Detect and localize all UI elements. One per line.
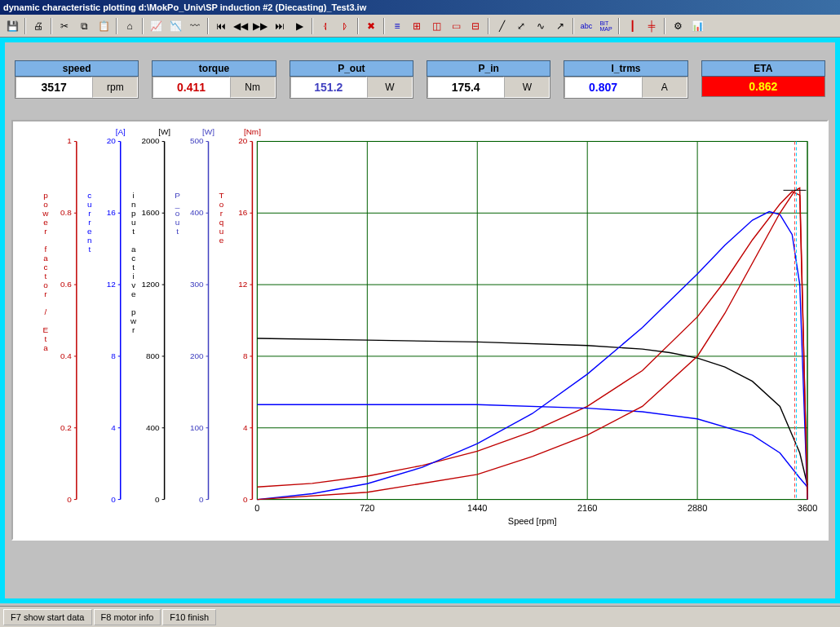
chart-panel: 07201440216028803600Speed [rpm]00.20.40.… bbox=[11, 120, 829, 541]
readout-speed-unit: rpm bbox=[92, 77, 138, 98]
status-f10-button[interactable]: F10 finish bbox=[162, 609, 216, 625]
svg-text:v: v bbox=[131, 280, 135, 289]
readout-pin-unit: W bbox=[504, 77, 550, 98]
save-icon[interactable]: 💾 bbox=[3, 17, 21, 35]
grid-a-icon[interactable]: ⊞ bbox=[408, 17, 426, 35]
line-style-4-icon[interactable]: ↗ bbox=[551, 17, 569, 35]
grid-d-icon[interactable]: ⊟ bbox=[466, 17, 484, 35]
svg-text:i: i bbox=[133, 272, 135, 280]
status-f7-button[interactable]: F7 show start data bbox=[3, 609, 92, 625]
line-style-1-icon[interactable]: ╱ bbox=[493, 17, 511, 35]
svg-text:[W]: [W] bbox=[158, 127, 170, 136]
svg-text:f: f bbox=[45, 245, 47, 254]
cut-icon[interactable]: ✂ bbox=[55, 17, 73, 35]
chart-type-1-icon[interactable]: 📈 bbox=[147, 17, 165, 35]
line-style-2-icon[interactable]: ⤢ bbox=[512, 17, 530, 35]
status-f8-button[interactable]: F8 motor info bbox=[94, 609, 161, 625]
svg-text:300: 300 bbox=[190, 280, 204, 289]
tool-1-icon[interactable]: ⚙ bbox=[669, 17, 687, 35]
copy-icon[interactable]: ⧉ bbox=[75, 17, 93, 35]
paste-icon[interactable]: 📋 bbox=[95, 17, 113, 35]
svg-text:w: w bbox=[130, 316, 137, 325]
svg-text:t: t bbox=[132, 227, 135, 236]
svg-text:2880: 2880 bbox=[687, 503, 707, 513]
align-icon[interactable]: ≡ bbox=[388, 17, 406, 35]
svg-text:c: c bbox=[87, 191, 91, 200]
statusbar: F7 show start data F8 motor info F10 fin… bbox=[0, 606, 840, 627]
svg-text:[Nm]: [Nm] bbox=[244, 127, 261, 136]
readout-eta-label: ETA bbox=[701, 60, 825, 77]
readout-torque: torque 0.411 Nm bbox=[152, 60, 276, 99]
svg-text:800: 800 bbox=[146, 351, 160, 360]
svg-text:a: a bbox=[131, 245, 136, 254]
prev-icon[interactable]: ◀◀ bbox=[232, 17, 250, 35]
abc-label-icon[interactable]: abc bbox=[577, 17, 595, 35]
svg-text:P: P bbox=[175, 191, 180, 200]
svg-text:2160: 2160 bbox=[577, 503, 597, 513]
window-titlebar: dynamic characteristic plotting d:\MokPo… bbox=[0, 0, 840, 15]
svg-text:0: 0 bbox=[199, 495, 204, 504]
svg-rect-18 bbox=[257, 141, 807, 499]
bitmap-icon[interactable]: BITMAP bbox=[597, 17, 615, 35]
svg-text:12: 12 bbox=[238, 280, 248, 289]
svg-text:0.6: 0.6 bbox=[60, 280, 72, 289]
readout-itrms-value: 0.807 bbox=[564, 77, 641, 98]
svg-text:20: 20 bbox=[107, 136, 117, 145]
svg-text:t: t bbox=[132, 263, 135, 272]
line-style-3-icon[interactable]: ∿ bbox=[532, 17, 550, 35]
svg-text:p: p bbox=[131, 209, 136, 218]
svg-text:i: i bbox=[133, 191, 135, 200]
print-icon[interactable]: 🖨 bbox=[29, 17, 47, 35]
svg-text:w: w bbox=[42, 209, 49, 218]
tool-2-icon[interactable]: 📊 bbox=[688, 17, 706, 35]
svg-text:100: 100 bbox=[190, 423, 204, 432]
svg-text:u: u bbox=[87, 200, 92, 209]
svg-text:e: e bbox=[87, 227, 92, 236]
readout-speed: speed 3517 rpm bbox=[15, 60, 139, 99]
svg-text:p: p bbox=[43, 191, 48, 200]
svg-text:o: o bbox=[43, 280, 48, 289]
chart-type-2-icon[interactable]: 📉 bbox=[166, 17, 184, 35]
svg-text:u: u bbox=[175, 218, 180, 227]
next-icon[interactable]: ▶▶ bbox=[251, 17, 269, 35]
step-right-icon[interactable]: ⦊ bbox=[336, 17, 354, 35]
svg-text:400: 400 bbox=[190, 208, 204, 217]
marker-1-icon[interactable]: ┃ bbox=[623, 17, 641, 35]
stop-icon[interactable]: ✖ bbox=[362, 17, 380, 35]
svg-text:n: n bbox=[131, 200, 136, 209]
chart-type-3-icon[interactable]: 〰 bbox=[186, 17, 204, 35]
svg-text:200: 200 bbox=[190, 351, 204, 360]
readout-torque-label: torque bbox=[152, 60, 276, 77]
svg-text:r: r bbox=[88, 218, 91, 227]
svg-text:2000: 2000 bbox=[141, 136, 160, 145]
svg-text:u: u bbox=[219, 227, 224, 236]
grid-c-icon[interactable]: ▭ bbox=[447, 17, 465, 35]
last-icon[interactable]: ⏭ bbox=[271, 17, 289, 35]
svg-text:4: 4 bbox=[243, 423, 248, 432]
svg-text:0.2: 0.2 bbox=[60, 423, 72, 432]
svg-text:q: q bbox=[219, 218, 224, 227]
svg-text:0: 0 bbox=[111, 495, 116, 504]
svg-text:3600: 3600 bbox=[798, 503, 817, 513]
svg-text:1200: 1200 bbox=[141, 280, 160, 289]
readout-pout-value: 151.2 bbox=[290, 77, 367, 98]
readout-pin: P_in 175.4 W bbox=[427, 60, 550, 99]
svg-text:u: u bbox=[131, 218, 136, 227]
svg-text:o: o bbox=[219, 200, 224, 209]
chart-svg: 07201440216028803600Speed [rpm]00.20.40.… bbox=[13, 121, 827, 539]
svg-text:0: 0 bbox=[67, 495, 72, 504]
svg-text:t: t bbox=[176, 227, 179, 236]
main-area: speed 3517 rpm torque 0.411 Nm P_out 151… bbox=[0, 38, 840, 603]
svg-text:r: r bbox=[44, 289, 47, 298]
grid-b-icon[interactable]: ◫ bbox=[427, 17, 445, 35]
svg-text:e: e bbox=[43, 218, 48, 227]
svg-text:0.4: 0.4 bbox=[60, 351, 72, 360]
svg-text:12: 12 bbox=[107, 280, 117, 289]
readout-itrms-unit: A bbox=[642, 77, 687, 98]
home-icon[interactable]: ⌂ bbox=[121, 17, 139, 35]
step-left-icon[interactable]: ⦉ bbox=[316, 17, 334, 35]
first-icon[interactable]: ⏮ bbox=[212, 17, 230, 35]
marker-2-icon[interactable]: ╪ bbox=[643, 17, 661, 35]
svg-text:r: r bbox=[220, 209, 223, 218]
play-icon[interactable]: ▶ bbox=[290, 17, 308, 35]
